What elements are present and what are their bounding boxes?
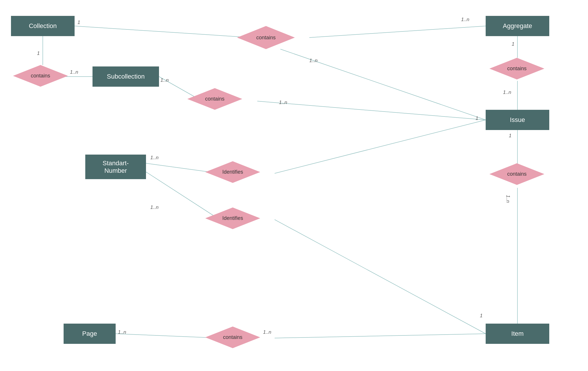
entity-standart-number: Standart-Number xyxy=(85,155,146,179)
mult-page-contains: 1..n xyxy=(118,329,126,335)
mult-contains-top-aggregate: 1..n xyxy=(461,17,469,23)
diagram-container: Collection Aggregate Subcollection Issue… xyxy=(0,0,588,371)
diamond-contains-left: contains xyxy=(13,65,68,87)
mult-collection-contains-top: 1 xyxy=(77,20,80,25)
svg-line-8 xyxy=(257,101,486,120)
mult-contains-sub-issue: 1..n xyxy=(279,100,287,105)
connection-lines xyxy=(0,0,588,371)
mult-collection-contains-left: 1 xyxy=(37,51,40,56)
mult-contains-left-subcollection: 1..n xyxy=(70,69,78,75)
entity-collection: Collection xyxy=(11,16,75,36)
mult-contains-agg-issue: 1..n xyxy=(503,90,511,95)
mult-contains-page-item: 1..n xyxy=(263,329,271,335)
diamond-contains-page: contains xyxy=(205,327,260,348)
svg-line-12 xyxy=(275,220,486,334)
diamond-identifies-bottom: Identifies xyxy=(205,207,260,229)
mult-standart-identifies-bot: 1..n xyxy=(150,205,158,210)
entity-page: Page xyxy=(64,324,116,344)
mult-aggregate-contains-agg: 1 xyxy=(512,41,514,47)
mult-contains-top-issue-diag: 1..n xyxy=(309,58,317,64)
svg-line-10 xyxy=(275,120,486,173)
mult-issue-contains: 1 xyxy=(509,133,511,139)
entity-item: Item xyxy=(486,324,549,344)
diamond-identifies-top: Identifies xyxy=(205,161,260,183)
diamond-contains-top: contains xyxy=(237,26,295,49)
entity-aggregate: Aggregate xyxy=(486,16,549,36)
svg-line-16 xyxy=(275,334,486,338)
diamond-contains-aggregate: contains xyxy=(489,58,544,79)
svg-line-15 xyxy=(116,334,220,338)
entity-subcollection: Subcollection xyxy=(93,66,159,87)
mult-item-from-contains-issue: 1 xyxy=(480,313,482,319)
diamond-contains-subcollection: contains xyxy=(187,88,242,110)
mult-contains-issue-item: 1..n xyxy=(505,195,511,203)
mult-subcollection-contains-sub: 1..n xyxy=(160,77,169,83)
diamond-contains-issue: contains xyxy=(489,163,544,185)
entity-issue: Issue xyxy=(486,110,549,130)
svg-line-1 xyxy=(309,26,486,38)
mult-issue-from-contains-sub: 1 xyxy=(476,116,478,121)
svg-line-0 xyxy=(75,26,252,38)
mult-standart-identifies-top: 1..n xyxy=(150,155,158,161)
